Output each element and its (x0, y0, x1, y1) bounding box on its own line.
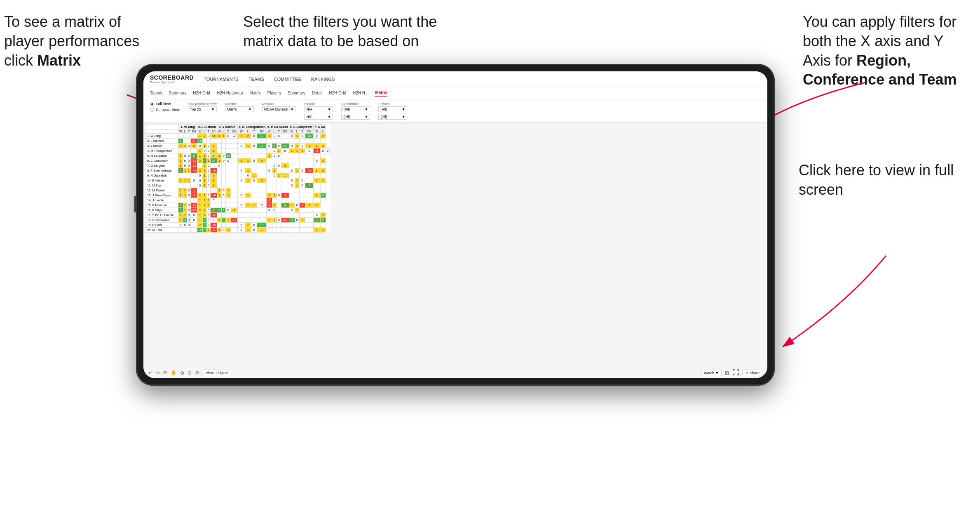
matrix-cell: 0 (272, 153, 277, 158)
matrix-cell (313, 163, 320, 168)
matrix-cell: 4 (313, 218, 320, 223)
matrix-cell (320, 223, 326, 228)
matrix-cell: 4 (281, 203, 289, 208)
matrix-cell (225, 178, 231, 183)
matrix-cell: 13 (257, 144, 267, 148)
table-row: 8. P Summerhays512-46220-160101010-1112 (145, 168, 330, 173)
matrix-cell (281, 188, 289, 193)
matrix-scroll-area[interactable]: 1. W Ding 2. L Clanton 3. J Koivun 4. M … (143, 123, 767, 367)
matrix-cell: 1 (203, 213, 206, 218)
matrix-cell (295, 228, 299, 233)
matrix-cell (197, 163, 203, 168)
players-x-select[interactable]: (All) ▼ (378, 106, 407, 112)
table-row: 13. J Skov Olesen110-3210-1910101220-113 (145, 193, 330, 198)
region-y-select[interactable]: N/A ▼ (304, 114, 333, 120)
matrix-cell: 3 (222, 218, 225, 223)
matrix-cell: 1 (187, 178, 190, 183)
redo-icon[interactable]: ↪ (156, 370, 160, 376)
compact-view-option[interactable]: Compact View (150, 108, 180, 112)
matrix-cell: 0 (237, 203, 245, 208)
sub-w1: W (178, 130, 183, 134)
matrix-cell: 1 (326, 148, 330, 153)
conference-filter: Conference (All) ▼ (All) ▼ (341, 102, 370, 120)
matrix-cell: 2 (320, 213, 326, 218)
region-label: Region (304, 102, 333, 106)
matrix-cell: -10 (281, 218, 289, 223)
region-x-select[interactable]: N/A ▼ (304, 106, 333, 112)
table-row: 7. G Sargent200-15200003 (145, 163, 330, 168)
matrix-cell: 13 (257, 223, 267, 228)
subnav-h2h-h[interactable]: H2H H... (353, 90, 368, 96)
zoom-out-icon[interactable]: ⊖ (188, 370, 192, 376)
division-select[interactable]: NCAA Division I ▼ (262, 106, 296, 112)
gender-select[interactable]: Men's ▼ (225, 106, 254, 112)
full-view-option[interactable]: Full View (150, 102, 180, 106)
subnav-summary2[interactable]: Summary (288, 90, 305, 96)
matrix-cell (183, 173, 187, 178)
matrix-cell: 1 (217, 158, 222, 163)
matrix-cell (266, 213, 272, 218)
matrix-cell: 0 (191, 178, 197, 183)
refresh-icon[interactable]: ⟳ (163, 370, 167, 376)
screen-options-icon[interactable]: ⊞ (725, 370, 729, 376)
matrix-cell: 0 (187, 153, 190, 158)
matrix-cell (197, 188, 203, 193)
matrix-cell (266, 163, 272, 168)
subnav-summary[interactable]: Summary (169, 90, 186, 96)
matrix-cell: 5 (320, 218, 326, 223)
full-view-radio[interactable] (150, 102, 154, 106)
table-row: 5. M La Sasso100611011014100 (145, 153, 330, 158)
subnav-h2h-grid[interactable]: H2H Grid (193, 90, 210, 96)
subnav-teams[interactable]: Teams (150, 90, 162, 96)
nav-teams[interactable]: TEAMS (249, 75, 264, 83)
compact-view-radio[interactable] (150, 108, 154, 112)
subnav-players[interactable]: Players (267, 90, 281, 96)
view-original-label: View: Original (206, 371, 228, 375)
subnav-h2h-grid2[interactable]: H2H Grid (329, 90, 346, 96)
matrix-cell: 0 (266, 168, 272, 173)
fullscreen-btn[interactable]: ⛶ (732, 369, 739, 377)
watch-btn[interactable]: Watch ▼ (701, 370, 722, 376)
nav-rankings[interactable]: RANKINGS (311, 75, 335, 83)
players-label: Players (378, 102, 407, 106)
hand-icon[interactable]: ✋ (171, 370, 177, 376)
nav-tournaments[interactable]: TOURNAMENTS (204, 75, 239, 83)
matrix-cell: 11 (257, 178, 267, 183)
matrix-cell (178, 183, 183, 188)
nav-committee[interactable]: COMMITTEE (274, 75, 301, 83)
subnav-detail[interactable]: Detail (312, 90, 323, 96)
undo-icon[interactable]: ↩ (148, 370, 152, 376)
matrix-cell (313, 188, 320, 193)
matrix-cell (231, 228, 238, 233)
conference-y-select[interactable]: (All) ▼ (341, 114, 370, 120)
matrix-cell (305, 153, 313, 158)
conference-label: Conference (341, 102, 370, 106)
conference-x-select[interactable]: (All) ▼ (341, 106, 370, 112)
players-y-select[interactable]: (All) ▼ (378, 114, 407, 120)
matrix-cell: 0 (289, 144, 295, 148)
max-players-select[interactable]: Top 25 ▼ (188, 106, 217, 112)
table-row: 10. B Valdes111001010101101011 (145, 178, 330, 183)
matrix-cell (289, 223, 295, 228)
matrix-cell (295, 198, 299, 203)
share-btn[interactable]: ↗ Share (742, 370, 762, 376)
table-row: 9. N Gabrelcik010901011 (145, 173, 330, 178)
zoom-in-icon[interactable]: ⊕ (180, 370, 184, 376)
matrix-cell: 1 (320, 178, 326, 183)
table-row: 18. C Sherwood13001300131-11220-1030145 (145, 218, 330, 223)
subnav-h2h-heatmap[interactable]: H2H Heatmap (217, 90, 243, 96)
matrix-cell: 2 (203, 134, 206, 139)
tablet-side-button (134, 196, 136, 212)
matrix-cell (313, 139, 320, 144)
matrix-cell: 17 (257, 134, 267, 139)
table-row: 1. W Ding12011110-2120171000101302 (145, 134, 330, 139)
matrix-cell (187, 173, 190, 178)
matrix-cell (231, 168, 238, 173)
matrix-cell: -19 (210, 193, 217, 198)
subnav-matrix[interactable]: Matrix (249, 90, 260, 96)
subnav-matrix-active[interactable]: Matrix (375, 90, 387, 97)
settings-icon[interactable]: ⚙ (195, 370, 199, 376)
matrix-cell (305, 173, 313, 178)
view-original-btn[interactable]: View: Original (203, 370, 231, 376)
matrix-cell (203, 188, 206, 193)
